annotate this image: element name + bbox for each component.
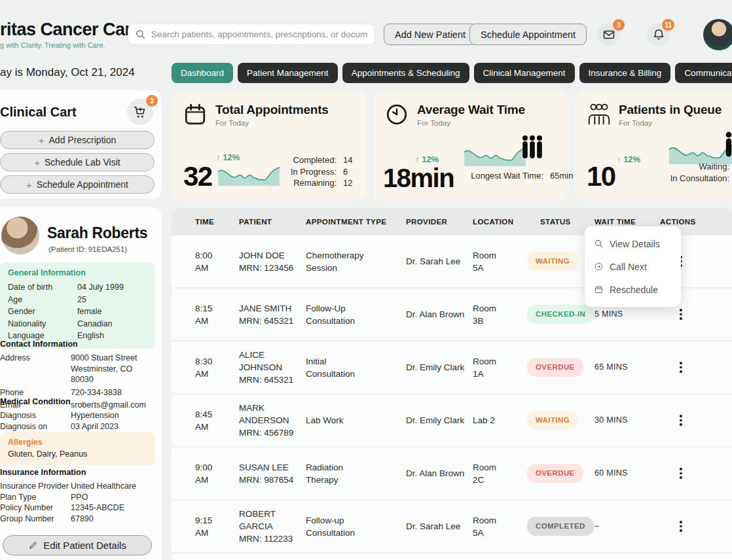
- allergies-section: Allergies Gluten, Dairy, Peanus: [0, 432, 155, 465]
- user-avatar[interactable]: [703, 19, 732, 50]
- kebab-icon[interactable]: [680, 415, 689, 426]
- card-details: Longest Wait Time:65min: [471, 170, 563, 182]
- schedule-lab-visit-button[interactable]: +Schedule Lab Visit: [0, 153, 155, 171]
- kebab-icon[interactable]: [680, 309, 689, 320]
- patient-name: Sarah Roberts: [47, 224, 147, 242]
- insurance-information-section: Insurance Information Insurance Provider…: [0, 468, 155, 524]
- table-row[interactable]: 8:30AM ALICE JOHNSONMRN: 645321 InitialC…: [172, 341, 732, 394]
- tab-patient-management[interactable]: Patient Management: [238, 63, 338, 83]
- status-badge: WAITING: [527, 411, 578, 430]
- plus-icon: +: [34, 157, 40, 168]
- schedule-appointment-sidebar-button[interactable]: +Schedule Appointment: [0, 175, 155, 194]
- row-actions-dropdown: View Details Call Next Reschedule: [585, 226, 681, 307]
- status-badge: CHECKED-IN: [527, 305, 594, 324]
- trend-up-indicator: ↑ 12%: [216, 152, 240, 162]
- card-title: Average Wait Time: [417, 103, 525, 117]
- table-row[interactable]: 8:45AM MARK ANDERSONMRN: 456789 Lab Work…: [172, 394, 732, 447]
- kebab-icon[interactable]: [680, 256, 689, 267]
- allergies-value: Gluten, Dairy, Peanus: [8, 449, 147, 459]
- trend-up-indicator: ↑ 12%: [415, 154, 439, 164]
- global-search[interactable]: [128, 24, 375, 45]
- col-time: TIME: [195, 218, 239, 226]
- card-subtitle: For Today: [417, 119, 525, 127]
- status-badge: OVERDUE: [527, 358, 583, 377]
- table-row[interactable]: 9:00AM SUSAN LEEMRN: 987654 RadiationThe…: [172, 447, 732, 500]
- calendar-icon: [183, 103, 207, 127]
- tab-appointments-scheduling[interactable]: Appointments & Scheduling: [342, 63, 469, 83]
- brand-name: ritas Cancer Care: [0, 20, 141, 40]
- section-heading: Insurance Information: [0, 468, 155, 477]
- bell-icon: [652, 28, 665, 41]
- menu-item-view-details[interactable]: View Details: [585, 232, 681, 255]
- section-heading: Contact Information: [0, 340, 155, 349]
- edit-icon: [28, 540, 38, 550]
- clock-icon: [385, 103, 409, 127]
- tab-communication[interactable]: Communication &: [675, 63, 732, 83]
- mail-icon: [602, 28, 615, 41]
- kebab-icon[interactable]: [680, 362, 689, 373]
- general-information-section: General Information Date of birth04 July…: [0, 262, 155, 349]
- section-heading: Allergies: [8, 438, 147, 447]
- add-new-patient-button[interactable]: Add New Patient: [384, 24, 477, 45]
- people-icon: [724, 130, 732, 165]
- brand-logo: ritas Cancer Care g with Clarity. Treati…: [0, 20, 141, 49]
- trend-up-indicator: ↑ 12%: [617, 154, 640, 164]
- stat-card-patients-in-queue: Patients in Queue For Today ↑ 12% 10 Wai…: [575, 92, 732, 201]
- clinical-cart-panel: Clinical Cart 3 +Add Prescription +Sched…: [0, 90, 161, 199]
- section-heading: General Information: [8, 268, 147, 277]
- plus-icon: +: [26, 179, 32, 190]
- current-date: ay is Monday, Oct 21, 2024: [0, 66, 135, 79]
- stat-cards: Total Appointments For Today ↑ 12% 32 Co…: [172, 92, 732, 201]
- clinical-cart-title: Clinical Cart: [0, 105, 77, 120]
- schedule-appointment-button[interactable]: Schedule Appointment: [469, 24, 587, 45]
- menu-item-call-next[interactable]: Call Next: [585, 255, 681, 278]
- reschedule-icon: [594, 285, 604, 294]
- sparkline: [217, 166, 280, 186]
- messages-badge: 3: [613, 19, 625, 31]
- card-title: Total Appointments: [215, 103, 329, 117]
- stat-card-total-appointments: Total Appointments For Today ↑ 12% 32 Co…: [172, 92, 367, 201]
- card-subtitle: For Today: [215, 119, 329, 127]
- cart-badge: 3: [146, 95, 158, 107]
- kebab-icon[interactable]: [680, 521, 689, 532]
- col-appointment-type: APPOINTMENT TYPE: [306, 218, 406, 226]
- cart-button[interactable]: 3: [127, 99, 153, 125]
- card-details: Waiting: In Consultation:: [670, 161, 729, 184]
- medical-condition-section: Medical Condition DiagnosisHypertension …: [0, 397, 155, 432]
- patient-details-panel: Sarah Roberts (Patient ID: 91EDA251) Gen…: [0, 207, 161, 560]
- card-value: 10: [587, 163, 615, 190]
- col-location: LOCATION: [473, 218, 527, 226]
- search-input[interactable]: [151, 29, 368, 39]
- people-group-icon: [587, 103, 610, 127]
- col-patient: PATIENT: [239, 218, 306, 226]
- col-wait-time: WAIT TIME: [595, 218, 660, 226]
- col-status: STATUS: [527, 218, 595, 226]
- notifications-badge: 11: [662, 19, 674, 31]
- col-actions: ACTIONS: [660, 218, 732, 226]
- status-badge: COMPLETED: [527, 517, 594, 536]
- plus-icon: +: [39, 135, 45, 146]
- section-heading: Medical Condition: [0, 397, 155, 406]
- tab-clinical-management[interactable]: Clinical Management: [474, 63, 575, 83]
- main-nav-tabs: Dashboard Patient Management Appointment…: [172, 63, 732, 83]
- edit-patient-details-button[interactable]: Edit Patient Details: [3, 535, 152, 555]
- kebab-icon[interactable]: [680, 468, 689, 479]
- menu-item-reschedule[interactable]: Reschedule: [585, 278, 681, 301]
- tab-insurance-billing[interactable]: Insurance & Billing: [579, 63, 671, 83]
- status-badge: WAITING: [527, 252, 578, 271]
- card-details: Completed:14 In Progress:6 Remaining:12: [291, 154, 356, 189]
- tab-dashboard[interactable]: Dashboard: [172, 63, 233, 83]
- card-subtitle: For Today: [619, 119, 722, 127]
- table-row[interactable]: 9:15AM ROBERT GARCIAMRN: 112233 Follow-u…: [172, 500, 732, 553]
- call-next-icon: [594, 262, 604, 271]
- brand-tagline: g with Clarity. Treating with Care.: [0, 41, 141, 49]
- card-value: 32: [183, 163, 212, 190]
- add-prescription-button[interactable]: +Add Prescription: [0, 131, 155, 149]
- messages-button[interactable]: 3: [597, 23, 620, 46]
- notifications-button[interactable]: 11: [647, 23, 670, 46]
- card-value: 18min: [383, 165, 454, 191]
- app-canvas: ritas Cancer Care g with Clarity. Treati…: [0, 0, 732, 560]
- view-details-icon: [594, 239, 604, 249]
- stat-card-average-wait-time: Average Wait Time For Today ↑ 12% 18min …: [373, 92, 568, 201]
- cart-icon: [134, 105, 147, 119]
